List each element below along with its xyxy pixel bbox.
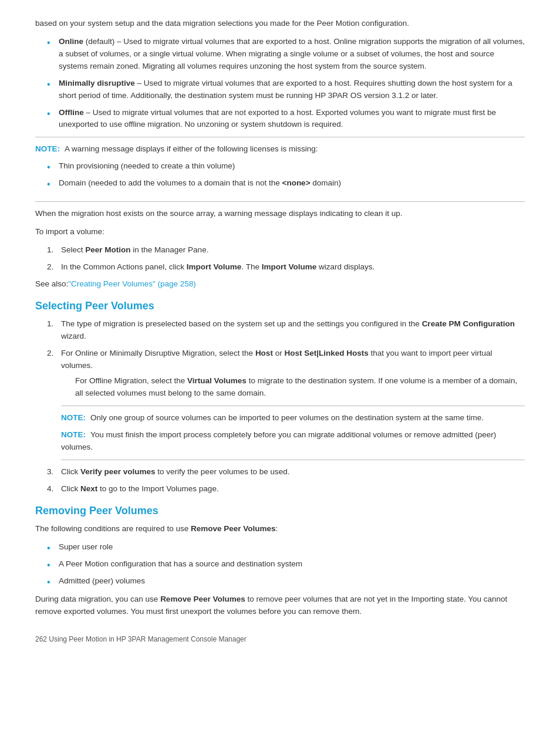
condition-2: A Peer Motion configuration that has a s…	[47, 558, 525, 571]
selecting-steps-list: The type of migration is preselected bas…	[47, 318, 525, 495]
note-line-3: NOTE:You must finish the import process …	[61, 429, 525, 454]
selecting-section-heading: Selecting Peer Volumes	[35, 300, 525, 312]
condition-3-text: Admitted (peer) volumes	[59, 576, 145, 585]
online-item: Online (default) – Used to migrate virtu…	[47, 36, 525, 73]
offline-paragraph: For Offline Migration, select the Virtua…	[75, 375, 525, 400]
selecting-step-3-text: Click Verify peer volumes to verify the …	[61, 467, 289, 476]
page-container: based on your system setup and the data …	[0, 0, 560, 667]
note-text-2: Only one group of source volumes can be …	[90, 413, 484, 422]
import-intro: To import a volume:	[35, 226, 525, 238]
intro-paragraph: based on your system setup and the data …	[35, 18, 525, 30]
note-label-1: NOTE:	[35, 144, 60, 153]
offline-label: Offline	[59, 108, 84, 117]
selecting-step-3: Click Verify peer volumes to verify the …	[47, 466, 525, 478]
selecting-step-1-text: The type of migration is preselected bas…	[61, 319, 515, 340]
import-step-1: Select Peer Motion in the Manager Pane.	[47, 244, 525, 256]
note-text-3: You must finish the import process compl…	[61, 430, 496, 451]
online-label: Online	[59, 37, 83, 46]
domain-item: Domain (needed to add the volumes to a d…	[47, 177, 525, 190]
import-steps-list: Select Peer Motion in the Manager Pane. …	[47, 244, 525, 274]
note-label-3: NOTE:	[61, 430, 86, 439]
removing-peer-volumes-section: Removing Peer Volumes The following cond…	[35, 505, 525, 618]
offline-text: For Offline Migration, select the Virtua…	[75, 375, 525, 400]
selecting-step-4-text: Click Next to go to the Import Volumes p…	[61, 484, 219, 493]
selecting-step-2-text: For Online or Minimally Disruptive Migra…	[61, 349, 492, 370]
condition-1-text: Super user role	[59, 542, 113, 551]
import-step-2-text: In the Common Actions panel, click Impor…	[61, 262, 375, 271]
offline-text: – Used to migrate virtual volumes that a…	[59, 108, 496, 129]
note-line-2: NOTE:Only one group of source volumes ca…	[61, 412, 525, 424]
warning-paragraph: When the migration host exists on the so…	[35, 208, 525, 220]
note-text-1: A warning message displays if either of …	[65, 144, 318, 153]
notes-block: NOTE:Only one group of source volumes ca…	[61, 406, 525, 460]
condition-2-text: A Peer Motion configuration that has a s…	[59, 559, 302, 568]
removing-intro: The following conditions are required to…	[35, 523, 525, 535]
online-text: – Used to migrate virtual volumes that a…	[59, 37, 525, 70]
import-step-2: In the Common Actions panel, click Impor…	[47, 261, 525, 274]
online-label-suffix: (default)	[83, 37, 114, 46]
thin-provisioning-item: Thin provisioning (needed to create a th…	[47, 160, 525, 173]
note-line-1: NOTE:A warning message displays if eithe…	[35, 143, 525, 156]
removing-paragraph: During data migration, you can use Remov…	[35, 593, 525, 618]
condition-1: Super user role	[47, 541, 525, 553]
footer-text: 262 Using Peer Motion in HP 3PAR Managem…	[35, 635, 247, 643]
note-block-licenses: NOTE:A warning message displays if eithe…	[35, 137, 525, 202]
minimally-disruptive-label: Minimally disruptive	[59, 79, 135, 87]
thin-provisioning-text: Thin provisioning (needed to create a th…	[59, 161, 235, 170]
minimally-disruptive-item: Minimally disruptive – Used to migrate v…	[47, 77, 525, 102]
migration-types-list: Online (default) – Used to migrate virtu…	[47, 36, 525, 131]
removing-conditions-list: Super user role A Peer Motion configurat…	[47, 541, 525, 588]
condition-3: Admitted (peer) volumes	[47, 575, 525, 588]
see-also: See also:"Creating Peer Volumes" (page 2…	[35, 278, 525, 291]
selecting-step-2: For Online or Minimally Disruptive Migra…	[47, 347, 525, 460]
see-also-link[interactable]: "Creating Peer Volumes" (page 258)	[68, 279, 195, 288]
removing-section-heading: Removing Peer Volumes	[35, 505, 525, 517]
offline-item: Offline – Used to migrate virtual volume…	[47, 107, 525, 131]
selecting-peer-volumes-section: Selecting Peer Volumes The type of migra…	[35, 300, 525, 495]
see-also-prefix: See also:	[35, 279, 68, 288]
selecting-step-4: Click Next to go to the Import Volumes p…	[47, 483, 525, 495]
note-label-2: NOTE:	[61, 413, 86, 422]
selecting-step-1: The type of migration is preselected bas…	[47, 318, 525, 343]
footer: 262 Using Peer Motion in HP 3PAR Managem…	[35, 635, 525, 643]
license-list: Thin provisioning (needed to create a th…	[47, 160, 525, 190]
import-step-1-text: Select Peer Motion in the Manager Pane.	[61, 245, 208, 254]
domain-text: Domain (needed to add the volumes to a d…	[59, 178, 341, 187]
